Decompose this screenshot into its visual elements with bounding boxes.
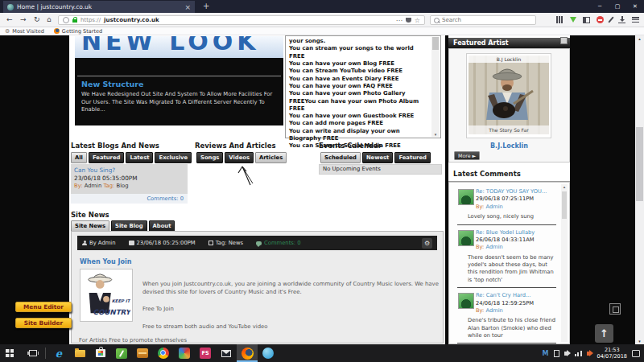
meta-author-text[interactable]: By Admin [89,240,116,246]
blog-author[interactable]: Admin [85,183,102,189]
blog-post-link[interactable]: Can You Sing? [74,167,184,174]
tab-newest[interactable]: Newest [362,152,393,163]
page-actions-icon[interactable]: ⋯ [396,17,402,24]
home-icon[interactable]: ⌂ [47,15,52,24]
url-bar[interactable]: https:// justcountry.co.uk ⋯ ☆ [58,15,425,25]
network-icon[interactable] [575,351,582,356]
start-button[interactable] [6,349,14,357]
tab-articles[interactable]: Articles [255,152,287,163]
tab-close-icon[interactable]: × [184,3,191,11]
window-close-button[interactable]: ✕ [626,3,644,10]
featured-artist-link[interactable]: B.J.Locklin [449,142,569,150]
floating-widget-button[interactable] [609,303,621,315]
tab-about[interactable]: About [149,220,175,232]
scrollbar-up-icon[interactable]: ▴ [635,36,644,41]
article-title-link[interactable]: When You Join [80,258,131,265]
pocket-icon[interactable] [406,18,411,23]
pen-icon[interactable] [608,16,613,23]
downloads-icon[interactable] [618,16,625,23]
tab-exclusive[interactable]: Exclusive [155,152,192,163]
search-input[interactable] [442,17,532,23]
taskbar-store[interactable] [90,344,111,362]
features-scrollbar[interactable]: ▾ [431,37,440,137]
taskbar-file-explorer[interactable] [69,344,90,362]
bookmark-most-visited[interactable]: Most Visited [12,28,44,35]
tab-latest[interactable]: Latest [126,152,153,163]
scroll-up-icon[interactable]: ▴ [561,184,568,189]
scrollbar-down-icon[interactable]: ▾ [635,339,644,343]
clock-date: 04/07/2018 [597,353,627,360]
comment-author-link[interactable]: Admin [485,244,502,250]
back-to-top-button[interactable]: ↑ [595,324,613,343]
download-helper-icon[interactable] [570,17,576,23]
taskbar-edge[interactable]: e [48,344,69,362]
by-label: By: [74,183,82,189]
taskbar-green-app[interactable] [111,344,132,362]
mail-icon [221,350,231,357]
comment-title-link[interactable]: Re: Can't Cry Hard... [476,292,556,298]
comment-item: Re: Can't Cry Hard... 24/06/18 12:59:25P… [457,288,556,343]
new-tab-button[interactable]: + [203,2,209,10]
menu-hamburger-icon[interactable] [632,17,639,23]
task-view-icon[interactable] [29,350,37,356]
action-center-icon[interactable] [632,350,640,357]
blog-comments-count[interactable]: Comments: 0 [71,194,188,204]
tab-featured[interactable]: Featured [89,152,124,163]
tray-m-icon[interactable]: M [543,350,549,357]
forward-icon[interactable]: → [20,15,27,24]
comment-title-link[interactable]: Re: Blue Yodel Lullaby [476,229,556,236]
edge-icon: e [56,348,62,359]
window-minimize-button[interactable]: ─ [591,3,609,10]
meta-tag-text[interactable]: Tag: News [216,240,243,246]
page-scrollbar-thumb[interactable] [636,127,643,201]
tab-all[interactable]: All [71,152,87,163]
taskbar-orange-app[interactable] [132,344,153,362]
search-bar[interactable] [430,15,536,25]
sidebar-toggle-icon[interactable] [583,17,590,23]
comments-scrollbar-thumb[interactable] [562,191,567,219]
tab-featured-events[interactable]: Featured [394,152,430,163]
tab-songs[interactable]: Songs [196,152,223,163]
features-scrollbar-thumb[interactable] [432,37,439,50]
taskbar-clock[interactable]: 21:53 04/07/2018 [597,347,627,360]
comment-item: Re: Blue Yodel Lullaby 26/06/18 04:33:11… [457,225,556,289]
library-icon[interactable] [556,16,564,23]
tab-site-blog[interactable]: Site Blog [111,220,147,232]
blog-tag[interactable]: Blog [116,183,128,189]
scroll-down-icon[interactable]: ▾ [431,132,440,137]
taskbar-mail[interactable] [216,344,237,362]
taskbar-firefox-active[interactable] [237,344,258,362]
browser-tab[interactable]: Home | justcountry.co.uk × [3,1,195,13]
featured-artist-more-button[interactable]: More ► [454,151,480,160]
tab-scheduled[interactable]: Scheduled [320,152,361,163]
divider [77,76,281,76]
meta-comments-text[interactable]: Comments: 0 [264,240,301,246]
page-scrollbar[interactable]: ▴ ▾ [635,35,644,344]
taskbar-fs-app[interactable]: FS [195,344,216,362]
comment-title-link[interactable]: Re: TODAY YOU SAY YOU... [476,188,556,195]
featured-artist-photo[interactable]: B.J Locklin The Story So Far [466,53,551,138]
menu-editor-button[interactable]: Menu Editor [15,302,72,312]
tab-site-news[interactable]: Site News [71,220,109,232]
tray-red-speaker-icon[interactable] [587,352,589,356]
taskbar-blue-app[interactable] [258,344,279,362]
window-maximize-button[interactable]: ▢ [609,3,626,10]
back-icon[interactable]: ← [6,15,13,24]
featured-artist-collapse-button[interactable] [560,37,568,44]
tray-document-icon[interactable] [554,350,559,357]
bookmark-star-icon[interactable]: ☆ [415,17,420,24]
volume-icon[interactable] [564,352,567,356]
taskbar-chrome[interactable] [153,344,174,362]
site-builder-button[interactable]: Site Builder [15,318,72,328]
calendar-icon [129,241,134,245]
bookmark-getting-started[interactable]: Getting Started [62,28,102,35]
update-title[interactable]: New Structure [81,80,143,88]
article-settings-button[interactable]: ⚙ [422,238,432,249]
comment-author-link[interactable]: Admin [485,204,502,210]
adblock-icon[interactable] [597,16,604,23]
taskbar-color-app[interactable] [174,344,195,362]
reload-icon[interactable]: ↻ [34,15,40,24]
tag-icon [208,241,213,245]
comment-author-link[interactable]: Admin [485,307,502,314]
site-info-icon[interactable] [63,17,69,23]
